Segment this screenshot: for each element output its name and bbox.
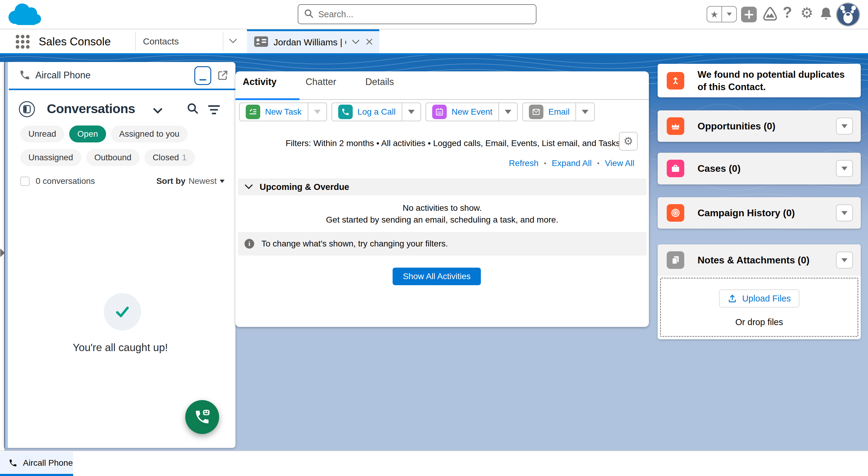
file-dropzone[interactable]: Upload Files Or drop files — [660, 278, 858, 337]
chip-open[interactable]: Open — [69, 125, 106, 143]
caught-up-text: You're all caught up! — [5, 341, 236, 354]
activity-links: Refresh • Expand All • View All — [509, 158, 634, 168]
favorites-star-icon[interactable]: ★ — [707, 7, 722, 22]
new-event-button-group: New Event — [426, 102, 518, 121]
console-nav-bar: Sales Console Contacts Jordan Williams |… — [0, 29, 868, 55]
sort-control[interactable]: Sort by Newest — [156, 176, 224, 186]
notifications-bell-icon[interactable] — [818, 6, 834, 22]
expand-all-link[interactable]: Expand All — [552, 158, 591, 168]
favorites-caret-icon[interactable] — [722, 7, 736, 22]
utility-aircall-phone-tab[interactable]: Aircall Phone — [0, 452, 73, 476]
chip-unread[interactable]: Unread — [20, 125, 64, 143]
log-a-call-button[interactable]: Log a Call — [332, 102, 402, 121]
sort-caret-icon — [220, 180, 224, 183]
card-title[interactable]: Cases (0) — [698, 163, 740, 174]
chip-assigned-to-you[interactable]: Assigned to you — [111, 125, 187, 143]
card-title[interactable]: Opportunities (0) — [698, 121, 776, 132]
nav-tab-jordan-williams[interactable]: Jordan Williams | C... — [247, 29, 379, 53]
view-all-link[interactable]: View All — [605, 158, 634, 168]
email-dropdown[interactable] — [576, 102, 595, 121]
chip-closed[interactable]: Closed1 — [145, 149, 195, 166]
cases-dropdown-button[interactable] — [836, 160, 853, 177]
opportunities-dropdown-button[interactable] — [836, 118, 853, 135]
phone-icon — [8, 458, 18, 468]
log-a-call-dropdown[interactable] — [402, 102, 421, 121]
chevron-down-icon[interactable] — [153, 108, 162, 115]
opportunity-crown-icon — [667, 117, 684, 135]
notes-pages-icon — [667, 251, 684, 269]
nav-divider — [223, 32, 223, 51]
minimize-button[interactable] — [194, 66, 211, 85]
tab-chevron-icon[interactable] — [351, 39, 360, 46]
tab-activity[interactable]: Activity — [243, 77, 277, 87]
conversation-search-icon[interactable] — [186, 102, 199, 116]
notes-dropdown-button[interactable] — [836, 251, 853, 269]
call-icon — [338, 105, 353, 119]
favorites-button[interactable]: ★ — [707, 6, 737, 22]
nav-tab-contacts[interactable]: Contacts — [135, 29, 223, 53]
active-tab-underline — [236, 98, 300, 100]
campaign-bullseye-icon — [667, 204, 684, 222]
conversation-filter-icon[interactable] — [207, 104, 221, 117]
notes-attachments-card: Notes & Attachments (0) Upload Files Or … — [658, 244, 861, 339]
new-event-dropdown[interactable] — [499, 102, 518, 121]
upload-icon — [727, 294, 737, 303]
check-icon — [113, 302, 132, 321]
activity-action-buttons: New Task Log a Call New Even — [239, 102, 595, 121]
new-call-fab[interactable] — [185, 400, 219, 434]
new-event-button[interactable]: New Event — [426, 102, 499, 121]
setup-gear-icon[interactable]: ⚙ — [800, 4, 813, 21]
email-button[interactable]: Email — [522, 102, 576, 121]
workspace: Aircall Phone Conversations Unread Open … — [0, 55, 868, 451]
chip-unassigned[interactable]: Unassigned — [20, 149, 81, 166]
global-search[interactable] — [298, 4, 536, 24]
log-a-call-button-group: Log a Call — [332, 102, 421, 121]
phone-icon — [19, 69, 31, 82]
upcoming-overdue-section-header[interactable]: Upcoming & Overdue — [238, 178, 647, 196]
new-task-button[interactable]: New Task — [239, 102, 308, 121]
tab-list-chevron-icon[interactable] — [228, 38, 238, 45]
card-title[interactable]: Notes & Attachments (0) — [698, 255, 809, 266]
user-avatar[interactable] — [836, 2, 860, 27]
active-tab-label: Jordan Williams | C... — [274, 37, 346, 48]
new-task-button-group: New Task — [239, 102, 327, 121]
tab-close-icon[interactable] — [365, 38, 373, 47]
search-icon — [304, 8, 314, 20]
tab-chatter[interactable]: Chatter — [306, 77, 336, 87]
empty-state-line1: No activities to show. — [236, 203, 649, 213]
upload-files-button[interactable]: Upload Files — [719, 290, 799, 307]
info-icon: i — [245, 239, 254, 248]
help-icon[interactable]: ? — [783, 4, 792, 21]
utility-bar: Aircall Phone — [0, 451, 868, 476]
conversation-list-meta: 0 conversations Sort by Newest — [20, 175, 224, 187]
event-calendar-icon — [432, 105, 447, 119]
show-all-activities-button[interactable]: Show All Activities — [393, 268, 481, 285]
card-title[interactable]: Campaign History (0) — [698, 207, 795, 219]
select-all-checkbox[interactable] — [20, 177, 30, 186]
duplicates-card: We found no potential duplicates of this… — [658, 64, 861, 97]
tab-details[interactable]: Details — [365, 77, 394, 87]
conversations-count: 0 conversations — [36, 176, 95, 186]
app-launcher-icon[interactable] — [16, 35, 30, 49]
campaign-history-dropdown-button[interactable] — [836, 204, 853, 221]
aircall-panel-title: Aircall Phone — [35, 70, 91, 81]
refresh-link[interactable]: Refresh — [509, 158, 538, 168]
task-icon — [246, 105, 260, 119]
chip-outbound[interactable]: Outbound — [86, 149, 140, 166]
global-header: ★ ? ⚙ — [0, 0, 868, 29]
new-task-dropdown[interactable] — [308, 102, 327, 121]
drop-files-label: Or drop files — [661, 317, 858, 327]
activity-filter-gear-button[interactable]: ⚙ — [619, 132, 638, 151]
search-input[interactable] — [318, 9, 512, 19]
global-add-button[interactable] — [741, 7, 757, 22]
conversations-layout-icon[interactable] — [19, 101, 35, 119]
duplicates-message: We found no potential duplicates of this… — [698, 68, 853, 93]
trailhead-icon[interactable] — [762, 6, 778, 23]
panel-divider — [9, 89, 236, 90]
cases-card: Cases (0) — [658, 153, 861, 184]
popout-icon[interactable] — [217, 69, 229, 83]
minimize-icon — [199, 79, 206, 81]
conversation-filter-chips: Unread Open Assigned to you Unassigned O… — [20, 125, 195, 166]
section-chevron-icon — [245, 184, 253, 189]
activity-filters-summary: Filters: Within 2 months • All activitie… — [286, 139, 620, 148]
